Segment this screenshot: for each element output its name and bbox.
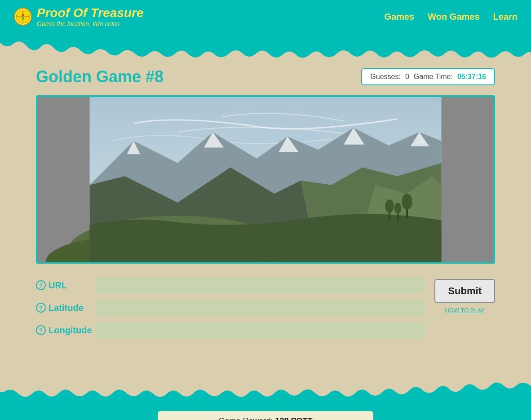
header: Proof Of Treasure Guess the location. Wi… xyxy=(0,0,531,34)
longitude-row: ? Longitude xyxy=(36,322,425,338)
url-help-icon[interactable]: ? xyxy=(36,280,46,290)
form-fields: ? URL ? Latitude ? Longitude xyxy=(36,277,425,338)
url-label-wrap: ? URL xyxy=(36,280,90,291)
game-stats: Guesses: 0 Game Time: 05:37:16 xyxy=(361,68,495,85)
streetview-container[interactable]: Google xyxy=(36,95,495,264)
url-row: ? URL xyxy=(36,277,425,293)
form-area: ? URL ? Latitude ? Longitude xyxy=(36,277,495,338)
how-to-play-link[interactable]: HOW TO PLAY xyxy=(445,307,485,314)
logo-text: Proof Of Treasure Guess the location. Wi… xyxy=(37,6,144,27)
nav-won-games[interactable]: Won Games xyxy=(428,12,479,22)
reward-prefix: Game Reward: xyxy=(218,416,273,420)
latitude-input[interactable] xyxy=(96,300,425,316)
nav-learn[interactable]: Learn xyxy=(493,12,518,22)
latitude-label-wrap: ? Latitude xyxy=(36,303,90,313)
footer-area: Game Reward: 128 POTT xyxy=(0,398,531,420)
longitude-help-icon[interactable]: ? xyxy=(36,325,46,335)
submit-button[interactable]: Submit xyxy=(434,279,495,303)
nav: Games Won Games Learn xyxy=(385,12,518,22)
guesses-label: Guesses: xyxy=(370,73,401,81)
longitude-label-wrap: ? Longitude xyxy=(36,325,90,336)
url-label: URL xyxy=(49,280,67,291)
logo-title: Proof Of Treasure xyxy=(37,6,144,20)
svg-rect-26 xyxy=(90,97,442,262)
latitude-label: Latitude xyxy=(49,303,84,313)
submit-area: Submit HOW TO PLAY xyxy=(434,277,495,314)
logo-subtitle: Guess the location. Win coins. xyxy=(37,20,144,27)
alpine-scene: Google xyxy=(38,97,493,262)
game-title: Golden Game #8 xyxy=(36,67,164,86)
longitude-input[interactable] xyxy=(96,322,425,338)
reward-bar: Game Reward: 128 POTT xyxy=(158,411,373,420)
game-header-row: Golden Game #8 Guesses: 0 Game Time: 05:… xyxy=(36,67,495,86)
main-content: Golden Game #8 Guesses: 0 Game Time: 05:… xyxy=(0,58,531,373)
longitude-label: Longitude xyxy=(49,325,92,336)
latitude-row: ? Latitude xyxy=(36,300,425,316)
latitude-help-icon[interactable]: ? xyxy=(36,303,46,313)
game-time-value: 05:37:16 xyxy=(457,73,486,81)
reward-value: 128 POTT xyxy=(275,416,313,420)
torn-bottom-edge xyxy=(0,373,531,398)
logo-area: Proof Of Treasure Guess the location. Wi… xyxy=(13,6,144,27)
game-time-label: Game Time: xyxy=(414,73,453,81)
compass-icon xyxy=(13,7,32,26)
guesses-value: 0 xyxy=(405,73,409,81)
url-input[interactable] xyxy=(96,277,425,293)
nav-games[interactable]: Games xyxy=(385,12,415,22)
torn-top-edge xyxy=(0,34,531,58)
